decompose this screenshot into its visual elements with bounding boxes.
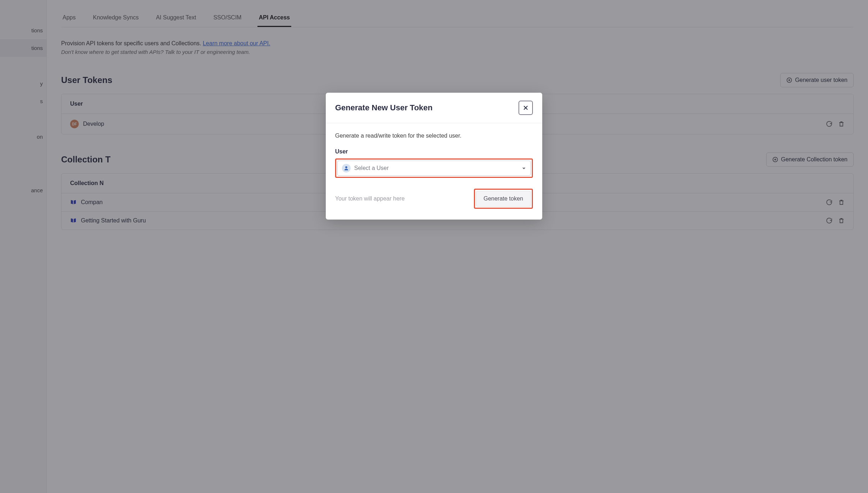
modal-description: Generate a read/write token for the sele… [335,133,533,139]
modal-overlay[interactable]: Generate New User Token Generate a read/… [0,0,868,230]
close-icon [522,105,529,111]
chevron-down-icon [522,166,526,170]
select-placeholder: Select a User [354,165,389,171]
user-icon [342,164,351,172]
user-select[interactable]: Select a User [337,161,531,176]
user-field-label: User [335,148,533,155]
svg-point-2 [345,166,347,169]
close-button[interactable] [518,101,533,115]
generate-token-button[interactable]: Generate token [476,191,531,207]
modal-title: Generate New User Token [335,103,433,112]
generate-user-token-modal: Generate New User Token Generate a read/… [326,93,542,220]
generate-token-highlight: Generate token [474,189,533,209]
token-placeholder: Your token will appear here [335,195,405,202]
user-select-highlight: Select a User [335,158,533,178]
